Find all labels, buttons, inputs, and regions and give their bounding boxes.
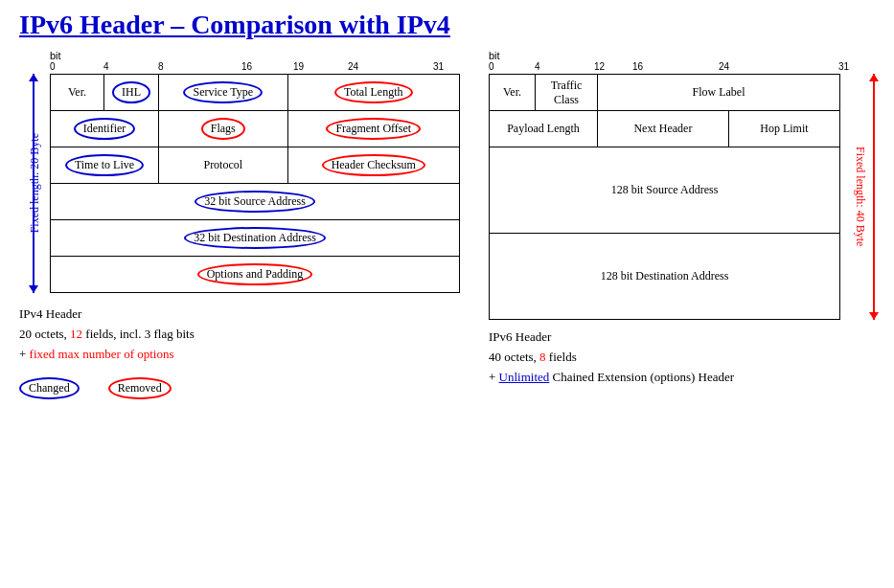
- ipv6-info: IPv6 Header 40 octets, 8 fields + Unlimi…: [479, 328, 875, 387]
- ipv4-fixed-label: Fixed length: 20 Byte: [19, 74, 50, 293]
- ipv4-info-header: IPv4 Header: [19, 305, 460, 325]
- ipv6-extension-note: Unlimited: [499, 370, 550, 384]
- page-title: IPv6 Header – Comparison with IPv4: [19, 10, 875, 40]
- ipv6-info-line1: 40 octets, 8 fields: [489, 348, 875, 368]
- ipv4-info: IPv4 Header 20 octets, 12 fields, incl. …: [19, 305, 460, 364]
- table-row: 128 bit Source Address: [490, 147, 840, 234]
- ipv4-total-length: Total Length: [287, 75, 459, 111]
- ipv4-panel: bit 0 4 8 16 19 24 31 Fixed length: 20 B…: [19, 50, 460, 399]
- ipv4-flags: Flags: [159, 111, 288, 147]
- ipv6-traffic-class: Traffic Class: [536, 75, 598, 111]
- ipv6-diagram: Ver. Traffic Class Flow Label Payload Le…: [479, 74, 875, 320]
- ipv4-service-type: Service Type: [159, 75, 288, 111]
- ipv4-legend: Changed Removed: [19, 377, 460, 399]
- ipv6-ver: Ver.: [490, 75, 536, 111]
- ipv4-dest-addr: 32 bit Destination Address: [51, 220, 460, 257]
- ipv4-source-addr: 32 bit Source Address: [51, 184, 460, 220]
- ipv6-fixed-label: Fixed length: 40 Byte: [844, 74, 875, 320]
- ipv6-table: Ver. Traffic Class Flow Label Payload Le…: [489, 74, 840, 320]
- table-row: Ver. IHL Service Type Total Length: [51, 75, 460, 111]
- ipv6-next-header: Next Header: [598, 111, 729, 147]
- table-row: 32 bit Destination Address: [51, 220, 460, 257]
- ipv6-flow-label: Flow Label: [598, 75, 840, 111]
- ipv4-options: Options and Padding: [51, 257, 460, 293]
- ipv6-panel: bit 0 4 12 16 24 31 Ver. Traffic: [479, 50, 875, 387]
- ipv4-field-count: 12: [70, 327, 82, 341]
- ipv6-dest-addr: 128 bit Destination Address: [490, 234, 840, 320]
- ipv4-options-note: fixed max number of options: [30, 347, 174, 361]
- ipv4-table: Ver. IHL Service Type Total Length Ident…: [50, 74, 460, 293]
- table-row: Time to Live Protocol Header Checksum: [51, 147, 460, 184]
- ipv6-source-addr: 128 bit Source Address: [490, 147, 840, 234]
- ipv6-hop-limit: Hop Limit: [728, 111, 839, 147]
- table-row: 128 bit Destination Address: [490, 234, 840, 320]
- ipv4-info-line1: 20 octets, 12 fields, incl. 3 flag bits: [19, 325, 460, 345]
- ipv4-identifier: Identifier: [51, 111, 159, 147]
- ipv6-payload-length: Payload Length: [490, 111, 598, 147]
- table-row: Ver. Traffic Class Flow Label: [490, 75, 840, 111]
- ipv6-info-header: IPv6 Header: [489, 328, 875, 348]
- table-row: 32 bit Source Address: [51, 184, 460, 220]
- ipv6-field-count: 8: [539, 350, 546, 364]
- legend-changed: Changed: [19, 377, 80, 399]
- ipv4-ihl: IHL: [104, 75, 159, 111]
- ipv4-diagram: Fixed length: 20 Byte Ver. IHL Service T…: [19, 74, 460, 293]
- main-container: bit 0 4 8 16 19 24 31 Fixed length: 20 B…: [19, 50, 875, 399]
- ipv4-ttl: Time to Live: [51, 147, 159, 184]
- ipv4-protocol: Protocol: [159, 147, 288, 184]
- ipv4-fragment-offset: Fragment Offset: [287, 111, 459, 147]
- table-row: Identifier Flags Fragment Offset: [51, 111, 460, 147]
- legend-removed: Removed: [108, 377, 172, 399]
- ipv6-bit-label: bit: [489, 50, 875, 61]
- ipv4-checksum: Header Checksum: [287, 147, 459, 184]
- ipv4-info-line2: + fixed max number of options: [19, 345, 460, 365]
- table-row: Options and Padding: [51, 257, 460, 293]
- ipv4-bit-label: bit: [50, 50, 460, 61]
- ipv6-table-wrapper: Ver. Traffic Class Flow Label Payload Le…: [479, 74, 840, 320]
- ipv4-ver: Ver.: [51, 75, 104, 111]
- ipv6-info-line2: + Unlimited Chained Extension (options) …: [489, 368, 875, 388]
- table-row: Payload Length Next Header Hop Limit: [490, 111, 840, 147]
